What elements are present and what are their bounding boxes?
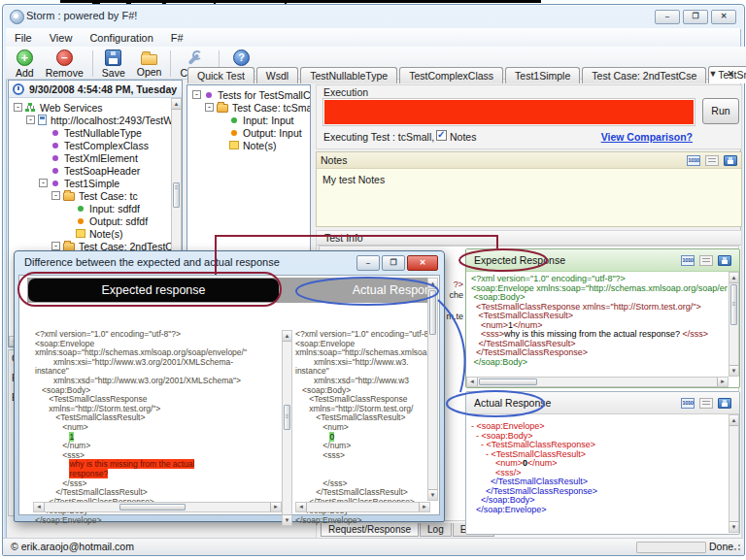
toolbar-separator (92, 50, 93, 77)
menu-view[interactable]: View (41, 30, 82, 46)
minimize-button[interactable]: – (655, 10, 680, 24)
close-button[interactable]: ✕ (711, 10, 736, 24)
add-icon (17, 49, 33, 66)
tree-item-input-sdfdf[interactable]: Input: sdfdf (11, 202, 180, 214)
tree-item-test-case-tcsmall[interactable]: -Test Case: tcSmall (189, 101, 308, 114)
xml-segment: </TestSmallClassResult> (35, 487, 148, 497)
menu-f[interactable]: F# (162, 30, 192, 46)
expected-response-hscrollbar[interactable] (466, 377, 729, 387)
notes-panel: Notes My test Notes (316, 151, 742, 227)
tree-item-test1simple[interactable]: -Test1Simple (11, 177, 180, 189)
tree-item-label: Test Case: tcSmall (232, 102, 310, 114)
tree-item-note-s[interactable]: Note(s) (189, 139, 308, 151)
diff-dialog-client: Expected response Actual Respon <?xml ve… (18, 275, 440, 515)
save-icon (105, 49, 121, 66)
tree-item-web-services[interactable]: -Web Services (11, 101, 180, 114)
xml-segment: xmlns:soap="http://schemas.xmlsoa (295, 347, 427, 357)
maximize-button[interactable]: ❐ (683, 10, 708, 24)
about-icon (233, 49, 250, 66)
input-icon (78, 206, 84, 212)
lines-icon[interactable] (699, 255, 713, 266)
save-icon[interactable] (718, 255, 731, 266)
xml-segment: - <TestSmallClassResult> (471, 449, 586, 459)
tree-item-label: Input: sdfdf (89, 203, 140, 214)
diff-actual-xml[interactable]: <?xml version="1.0" encoding="utf-8<soap… (295, 330, 430, 526)
tree-item-label: Output: Input (243, 127, 302, 139)
binary-icon[interactable] (681, 398, 695, 409)
tree-item-http-localhost-2493-testws-servi[interactable]: -http://localhost:2493/TestWS/Servi (11, 114, 180, 126)
diff-right-hscrollbar[interactable] (295, 502, 430, 512)
expander-icon[interactable]: - (51, 242, 60, 250)
xml-segment: </TestSmallClassResponse> (471, 486, 597, 496)
dialog-minimize-button[interactable]: – (356, 255, 380, 271)
tab-test-case-2ndtestcse[interactable]: Test Case: 2ndTestCse (582, 67, 706, 83)
chevron-down-icon[interactable]: ▼ (709, 69, 718, 79)
toolbar-save-button[interactable]: Save (96, 49, 131, 81)
tree-item-test-case-tc[interactable]: -Test Case: tc (11, 189, 180, 202)
tree-item-testnullabletype[interactable]: TestNullableType (11, 126, 180, 139)
diff-right-vscrollbar[interactable] (427, 278, 438, 501)
expander-icon[interactable]: - (14, 103, 22, 112)
xml-segment: <TestSmallClassResult> (295, 412, 405, 422)
diff-expected-xml[interactable]: <?xml version="1.0" encoding="utf-8"?><s… (35, 330, 282, 526)
tree-item-testsoapheader[interactable]: TestSoapHeader (11, 164, 180, 177)
tab-wsdl[interactable]: Wsdl (256, 67, 298, 83)
tree-item-label: TestNullableType (64, 127, 142, 139)
save-icon[interactable] (718, 398, 731, 409)
tab-testcomplexclass[interactable]: TestComplexClass (399, 67, 503, 83)
xml-segment: </num> (35, 441, 90, 450)
execution-group: Execution Run Executing Test : tcSmall, … (316, 84, 742, 149)
input-icon (231, 117, 237, 123)
toolbar-open-button[interactable]: Open (131, 49, 168, 80)
tab-testnullabletype[interactable]: TestNullableType (300, 67, 397, 83)
xml-segment: <TestSmallClassResponse (35, 394, 148, 404)
diff-left-hscrollbar[interactable] (33, 502, 282, 512)
diff-mid-vscrollbar[interactable]: ≡ (282, 330, 292, 526)
xml-segment: </num> (527, 458, 558, 468)
toolbar-add-button[interactable]: Add (10, 49, 40, 81)
tree-item-tests-for-testsmallclass[interactable]: -Tests for TestSmallClass (189, 88, 308, 101)
close-icon[interactable]: ✕ (727, 69, 734, 79)
expected-response-xml[interactable]: <?xml version="1.0" encoding="utf-8"?><s… (467, 272, 728, 377)
menu-file[interactable]: File (6, 30, 41, 46)
binary-icon[interactable] (687, 155, 700, 166)
expander-icon[interactable]: - (51, 191, 60, 200)
tree-item-output-sdfdf[interactable]: Output: sdfdf (11, 214, 180, 227)
notes-checkbox[interactable] (436, 130, 447, 141)
xml-segment: response? (69, 469, 108, 478)
expander-icon[interactable]: - (26, 115, 35, 124)
xml-segment: <soap:Body> (35, 385, 90, 395)
tree-item-testcomplexclass[interactable]: TestComplexClass (11, 139, 180, 151)
open-icon (141, 54, 157, 65)
xml-segment: xmlns:xsi="http://www.w3. (295, 357, 409, 367)
tree-item-note-s[interactable]: Note(s) (11, 227, 180, 240)
dialog-close-button[interactable]: ✕ (407, 255, 438, 271)
lines-icon[interactable] (705, 155, 719, 166)
xml-segment: </soap:Envelope> (471, 505, 547, 514)
resize-grip[interactable] (731, 544, 741, 553)
expected-response-vscrollbar[interactable]: ≡ (729, 272, 739, 377)
run-button[interactable]: Run (702, 98, 739, 124)
lines-icon[interactable] (699, 398, 713, 409)
expander-icon[interactable]: - (39, 179, 48, 187)
status-bar: © erik.araojo@hotmail.com Done. (3, 538, 743, 555)
title-bar[interactable]: Storm : powered by F#! –❐✕ (3, 5, 744, 28)
toolbar-remove-button[interactable]: Remove (40, 49, 89, 81)
expander-icon[interactable]: - (192, 90, 201, 99)
tab-test1simple[interactable]: Test1Simple (505, 67, 580, 83)
expander-icon[interactable]: - (205, 103, 214, 112)
xml-line: </soap:Body> (471, 358, 728, 368)
tree-item-testxmlelement[interactable]: TestXmlElement (11, 151, 180, 164)
tab-quick-test[interactable]: Quick Test (187, 67, 254, 83)
tree-item-input-input[interactable]: Input: Input (189, 114, 308, 126)
actual-response-xml[interactable]: - <soap:Envelope> - <soap:Body> - <TestS… (467, 414, 728, 533)
view-comparison-link[interactable]: View Comparison? (601, 131, 693, 143)
xml-segment: </TestSmallClassResult> (295, 487, 408, 497)
menu-configuration[interactable]: Configuration (81, 30, 161, 46)
notes-content[interactable]: My test Notes (322, 174, 385, 185)
binary-icon[interactable] (681, 255, 695, 266)
dialog-maximize-button[interactable]: ❐ (382, 255, 405, 271)
tree-item-output-input[interactable]: Output: Input (189, 126, 308, 139)
actual-response-vscrollbar[interactable] (729, 414, 739, 533)
save-icon[interactable] (724, 155, 737, 166)
